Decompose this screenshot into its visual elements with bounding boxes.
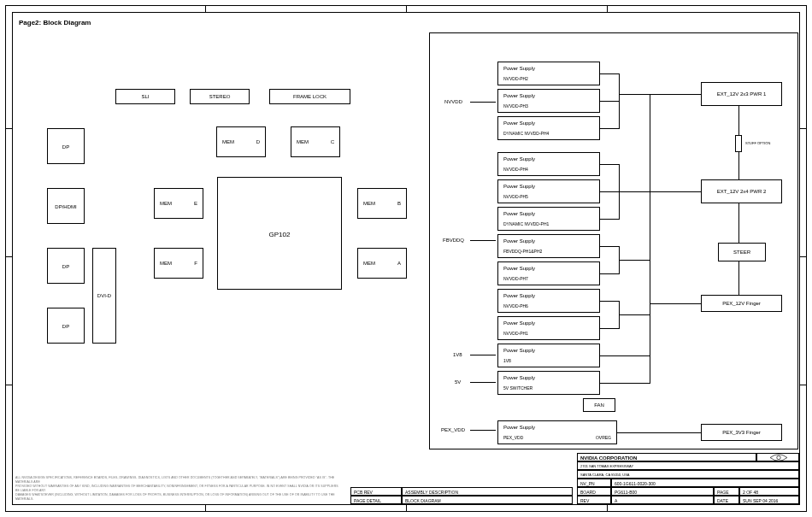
wire — [600, 383, 650, 384]
tb-pg-v: 2 OF 48 — [739, 487, 799, 496]
wire — [738, 106, 739, 135]
ps-sub: 5V SWITCHER — [503, 385, 533, 391]
ext1-label: EXT_12V 2x3 PWR 1 — [702, 91, 781, 97]
tb-nvpn-l: NV_PN — [577, 479, 611, 487]
border-tick — [5, 128, 12, 129]
block-label: SLI — [116, 94, 174, 99]
rail-nvvdd: NVVDD — [444, 99, 462, 104]
wire — [619, 191, 701, 192]
border-tick — [406, 5, 407, 12]
wire — [600, 164, 619, 165]
block-pex12v: PEX_12V Finger — [701, 295, 782, 312]
rail-tick — [470, 355, 496, 355]
rail-fbvddq: FBVDDQ — [443, 238, 464, 243]
border-tick — [607, 5, 608, 12]
ps-title: Power Supply — [503, 120, 535, 126]
block-stuff-option — [735, 135, 742, 152]
mem-l: MEM — [297, 139, 309, 144]
mem-r: F — [194, 261, 197, 266]
sheet: Page2: Block Diagram DP DP/HDMI DP DP DV… — [0, 0, 812, 517]
port-label: DP — [48, 144, 84, 150]
tb-addr: 2701 SAN TOMAS EXPRESSWAY — [577, 461, 799, 470]
block-mem-e: MEM E — [154, 188, 203, 219]
block-ext1: EXT_12V 2x3 PWR 1 — [701, 82, 782, 106]
block-label: STEREO — [191, 94, 249, 99]
tb-date-l: DATE — [714, 496, 739, 504]
wire — [650, 303, 701, 304]
port-label: DP — [48, 264, 84, 269]
svg-point-0 — [777, 455, 780, 459]
tb-date-v: SUN SEP 04 2016 — [739, 496, 799, 504]
tb-board-v: PG611-B00 — [611, 487, 714, 496]
wire — [738, 261, 739, 295]
tb-rev-l: REV — [577, 496, 611, 504]
wire — [600, 355, 650, 356]
wire — [600, 191, 619, 192]
ps-sub: DYNAMIC NVVDD-PH1 — [503, 221, 549, 226]
border-tick — [800, 256, 807, 257]
wire — [600, 73, 619, 74]
port-dvi-d: DVI-D — [92, 248, 116, 344]
page-title: Page2: Block Diagram — [19, 19, 91, 26]
wire — [600, 101, 619, 102]
block-steer: STEER — [718, 243, 766, 261]
mem-l: MEM — [160, 201, 172, 206]
wire — [650, 94, 650, 329]
ps-title: Power Supply — [503, 320, 535, 326]
pex12v-label: PEX_12V Finger — [702, 301, 781, 306]
port-dp-hdmi: DP/HDMI — [47, 188, 85, 224]
ps-extra: OVREG — [596, 435, 611, 440]
stuff-option-label: STUFF OPTION — [745, 141, 770, 145]
block-pex3v3: PEX_3V3 Finger — [701, 424, 782, 441]
block-mem-d: MEM D — [216, 126, 266, 157]
wire — [600, 128, 619, 129]
tb-logo-cell — [756, 453, 799, 461]
ps-2: Power Supply DYNAMIC NVVDD-PH4 — [497, 116, 600, 140]
wire — [600, 246, 619, 247]
ps-title: Power Supply — [503, 238, 535, 244]
wire — [619, 260, 650, 261]
title-block: NVIDIA CORPORATION 2701 SAN TOMAS EXPRES… — [577, 453, 799, 504]
ps-title: Power Supply — [503, 425, 535, 430]
mem-r: D — [256, 139, 260, 144]
fan-label: FAN — [584, 402, 615, 408]
port-label: DVI-D — [93, 293, 115, 298]
tb-company: NVIDIA CORPORATION — [577, 453, 756, 461]
ps-sub: PEX_VDD — [503, 435, 523, 440]
disclaimer: ALL NVIDIA DESIGN SPECIFICATIONS, REFERE… — [15, 476, 340, 502]
block-ext2: EXT_12V 2x4 PWR 2 — [701, 179, 782, 203]
border-tick — [5, 256, 12, 257]
wire — [738, 152, 739, 179]
border-tick — [205, 5, 206, 12]
wire — [619, 94, 670, 95]
mem-r: B — [397, 201, 401, 206]
ps-sub: DYNAMIC NVVDD-PH4 — [503, 131, 549, 136]
port-dp-2: DP — [47, 248, 85, 284]
port-label: DP — [48, 324, 84, 329]
ps-9: Power Supply NVVDD-PH1 — [497, 316, 600, 340]
tb-pg-l: PAGE — [714, 487, 739, 496]
ext2-label: EXT_12V 2x4 PWR 2 — [702, 189, 781, 194]
tb-nvpn-v: 600-1G611-0020-300 — [611, 479, 799, 487]
block-mem-c: MEM C — [291, 126, 340, 157]
wire — [670, 94, 701, 95]
block-mem-b: MEM B — [357, 188, 407, 219]
disclaimer-line: PROVIDED WITHOUT WARRANTIES OF ANY KIND,… — [15, 485, 340, 493]
ps-sub: 1V8 — [503, 358, 511, 363]
rail-tick — [470, 430, 496, 431]
border-tick — [205, 505, 206, 512]
port-label: DP/HDMI — [48, 204, 84, 209]
block-mem-a: MEM A — [357, 248, 407, 279]
atb-det-v: BLOCK DIAGRAM — [402, 496, 573, 504]
ps-title: Power Supply — [503, 375, 535, 380]
border-tick — [406, 505, 407, 512]
border-tick — [607, 505, 608, 512]
ps-sub: NVVDD-PH1 — [503, 331, 528, 336]
ps-title: Power Supply — [503, 156, 535, 162]
ps-sub: NVVDD-PH6 — [503, 303, 528, 308]
nvidia-logo-icon — [761, 453, 797, 461]
mem-r: A — [397, 261, 401, 266]
rail-1v8: 1V8 — [453, 352, 462, 357]
ps-title: Power Supply — [503, 184, 535, 189]
rail-pexvdd: PEX_VDD — [441, 427, 465, 432]
